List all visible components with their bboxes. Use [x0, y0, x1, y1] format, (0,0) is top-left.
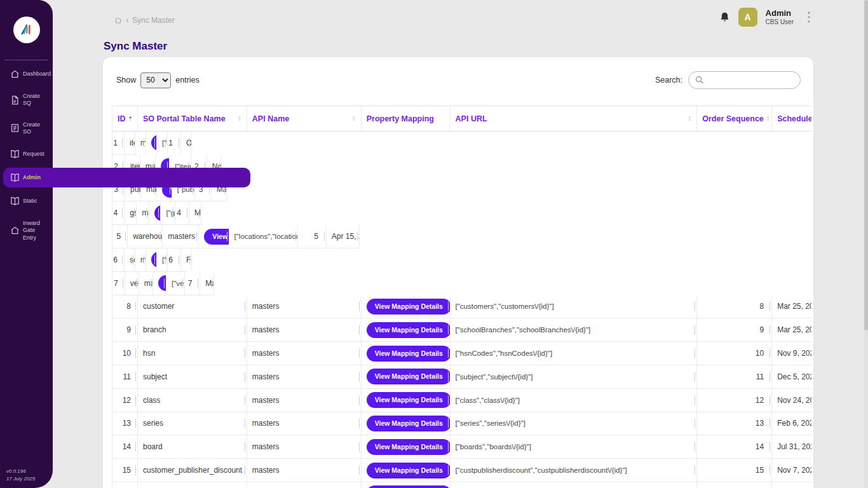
view-mapping-details-button[interactable]: View Mapping Details [154, 205, 161, 221]
sidebar-item-request[interactable]: Request [3, 144, 92, 164]
user-info[interactable]: Admin CBS User [766, 9, 794, 25]
cell-api-url: ["class","class\/{id}"] [451, 389, 698, 412]
home-icon[interactable] [114, 17, 122, 24]
sidebar-item-create-so[interactable]: Create SO [3, 116, 118, 141]
cell-table-name: board [138, 435, 247, 458]
view-mapping-details-button[interactable]: View Mapping Details [367, 299, 451, 315]
view-mapping-details-button[interactable]: View Mapping Details [367, 392, 451, 408]
sidebar: Dashboard Create SQ Create SO Request Ad… [0, 0, 53, 488]
sidebar-item-dashboard[interactable]: Dashboard [3, 64, 29, 84]
cell-api-name: masters [135, 248, 146, 271]
cell-scheduled: Jul 31, 202 [772, 435, 811, 458]
column-header-order-sequence[interactable]: Order Sequence ▲▼ [697, 106, 772, 131]
cell-scheduled: Feb 26, 20 [181, 248, 192, 271]
view-mapping-details-button[interactable]: View Mapping Details [367, 439, 451, 455]
home-icon [10, 226, 20, 235]
topbar-user-cluster: A Admin CBS User [719, 8, 813, 27]
cell-table-name: subject [138, 365, 247, 388]
sort-arrows-icon: ▲▼ [238, 116, 241, 122]
view-mapping-details-button[interactable]: View Mapping Details [151, 252, 157, 268]
view-mapping-details-button[interactable]: View Mapping Details [151, 135, 157, 151]
cell-scheduled: Mar 25, 20 [772, 318, 811, 341]
cell-api-name: masters [247, 435, 362, 458]
cell-scheduled: Nov 7, 202 [772, 459, 811, 482]
show-label: Show [116, 76, 136, 85]
cell-scheduled: Apr 15, 202 [327, 225, 360, 248]
view-mapping-details-button[interactable]: View Mapping Details [204, 229, 229, 245]
cell-property-mapping: View Mapping Details [362, 295, 451, 318]
cell-order-sequence: 12 [697, 389, 772, 412]
cell-order-sequence: 7 [185, 272, 200, 295]
column-header-scheduled[interactable]: Scheduled ▲▼ [772, 106, 811, 131]
notification-bell-icon[interactable] [719, 11, 730, 24]
cell-api-url: ["series","series\/{id}"] [451, 412, 698, 435]
cell-table-name: item_category [125, 132, 135, 154]
cell-property-mapping: View Mapping Details [149, 201, 161, 224]
sync-master-card: Show 50 entries Search: ID [103, 57, 813, 488]
search-control: Search: [655, 71, 801, 89]
sidebar-item-admin[interactable]: Admin [3, 168, 250, 187]
view-mapping-details-button[interactable]: View Mapping Details [367, 416, 451, 431]
column-header-api-url[interactable]: API URL ▲▼ [451, 106, 698, 131]
column-header-so-portal-table-name[interactable]: SO Portal Table Name ▲▼ [138, 106, 247, 131]
cell-api-name [247, 482, 362, 488]
cell-id: 14 [112, 435, 138, 458]
column-header-api-name[interactable]: API Name ▲▼ [247, 106, 362, 131]
search-input[interactable] [688, 71, 801, 89]
table-row: 9 branch masters View Mapping Details ["… [112, 318, 811, 342]
cell-id: 15 [112, 459, 138, 482]
cell-api-url: ["locations","locations\/{id}"] [229, 225, 298, 248]
cell-property-mapping: View Mapping Details [146, 132, 157, 154]
page-size-select[interactable]: 50 [140, 72, 171, 88]
view-mapping-details-button[interactable]: View Mapping Details [367, 369, 451, 384]
book-open-icon [10, 196, 20, 206]
cell-id: 13 [112, 412, 138, 435]
breadcrumb: › Sync Master [114, 16, 175, 25]
avatar[interactable]: A [738, 8, 757, 27]
book-open-icon [10, 149, 20, 159]
table-row: 5 warehouse masters View Mapping Details… [112, 225, 360, 248]
cell-scheduled: Mar 20, 20 [189, 201, 201, 224]
cell-table-name: customer [138, 295, 247, 318]
cell-order-sequence: 15 [697, 459, 772, 482]
column-header-property-mapping[interactable]: Property Mapping ▲▼ [362, 106, 451, 131]
search-icon [695, 75, 704, 85]
table-row: 10 hsn masters View Mapping Details ["hs… [112, 342, 811, 365]
cell-order-sequence: 4 [175, 201, 189, 224]
cell-order-sequence: 1 [168, 132, 181, 154]
sort-arrows-icon: ▲▼ [352, 116, 356, 122]
kebab-menu-icon[interactable] [804, 11, 813, 23]
table-row: View Mapping Details [112, 482, 811, 488]
view-mapping-details-button[interactable]: View Mapping Details [158, 275, 166, 291]
sort-arrows-icon: ▲▼ [128, 116, 132, 122]
window-scrollbar[interactable] [864, 0, 868, 488]
cell-api-url: ["boards","boards\/{id}"] [451, 435, 698, 458]
page-title: Sync Master [104, 40, 167, 53]
cell-order-sequence: 13 [697, 412, 772, 435]
cell-scheduled: Oct 31, 202 [181, 132, 192, 154]
file-lines-icon [10, 123, 20, 133]
view-mapping-details-button[interactable]: View Mapping Details [367, 322, 451, 338]
cell-table-name: gst_group [125, 201, 137, 224]
file-icon [10, 95, 20, 105]
scrollbar-thumb[interactable] [864, 0, 868, 330]
cell-api-url: ["schoolGroups","schoolGroups\/{id}"] [157, 248, 168, 271]
cell-api-url: ["custpublisherdiscount","custpublisherd… [451, 459, 698, 482]
app-logo[interactable] [13, 17, 40, 43]
cell-api-name: masters [137, 201, 149, 224]
cell-order-sequence: 9 [697, 318, 772, 341]
cell-scheduled: Dec 5, 202 [772, 365, 811, 388]
cell-api-name: masters [247, 342, 362, 365]
cell-table-name: class [138, 389, 247, 412]
table-row: 4 gst_group masters View Mapping Details… [112, 201, 201, 225]
sidebar-item-static[interactable]: Static [3, 191, 78, 211]
view-mapping-details-button[interactable]: View Mapping Details [367, 346, 451, 362]
sidebar-item-inward-gate-entry[interactable]: Inward Gate Entry [3, 215, 105, 247]
cell-id: 4 [112, 201, 125, 224]
view-mapping-details-button[interactable]: View Mapping Details [367, 485, 451, 488]
cell-api-url: ["schoolBranches","schoolBranches\/{id}"… [451, 318, 698, 341]
cell-property-mapping: View Mapping Details [362, 389, 451, 412]
view-mapping-details-button[interactable]: View Mapping Details [367, 463, 451, 478]
sidebar-item-create-sq[interactable]: Create SQ [3, 88, 112, 112]
cell-id: 10 [112, 342, 138, 365]
